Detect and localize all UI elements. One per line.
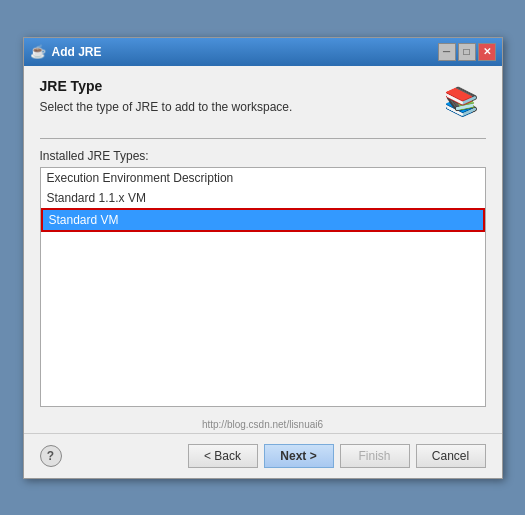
header-divider [40,138,486,139]
minimize-button[interactable]: ─ [438,43,456,61]
header-text: JRE Type Select the type of JRE to add t… [40,78,438,114]
jre-types-list[interactable]: Execution Environment Description Standa… [40,167,486,407]
list-item-selected[interactable]: Standard VM [41,208,485,232]
list-item[interactable]: Execution Environment Description [41,168,485,188]
footer-section: ? < Back Next > Finish Cancel [24,433,502,478]
list-item[interactable]: Standard 1.1.x VM [41,188,485,208]
next-button[interactable]: Next > [264,444,334,468]
back-button[interactable]: < Back [188,444,258,468]
list-label: Installed JRE Types: [40,149,486,163]
title-bar: ☕ Add JRE ─ □ ✕ [24,38,502,66]
window-title: Add JRE [52,45,102,59]
header-title: JRE Type [40,78,438,94]
title-bar-controls: ─ □ ✕ [438,43,496,61]
header-section: JRE Type Select the type of JRE to add t… [40,78,486,126]
window-icon: ☕ [30,44,46,60]
footer-left: ? [40,445,62,467]
maximize-button[interactable]: □ [458,43,476,61]
cancel-button[interactable]: Cancel [416,444,486,468]
dialog-body: JRE Type Select the type of JRE to add t… [24,66,502,419]
footer-right: < Back Next > Finish Cancel [188,444,486,468]
watermark: http://blog.csdn.net/lisnuai6 [24,419,502,433]
close-button[interactable]: ✕ [478,43,496,61]
help-button[interactable]: ? [40,445,62,467]
title-bar-left: ☕ Add JRE [30,44,102,60]
header-subtitle: Select the type of JRE to add to the wor… [40,100,438,114]
add-jre-dialog: ☕ Add JRE ─ □ ✕ JRE Type Select the type… [23,37,503,479]
header-icon: 📚 [438,78,486,126]
finish-button[interactable]: Finish [340,444,410,468]
